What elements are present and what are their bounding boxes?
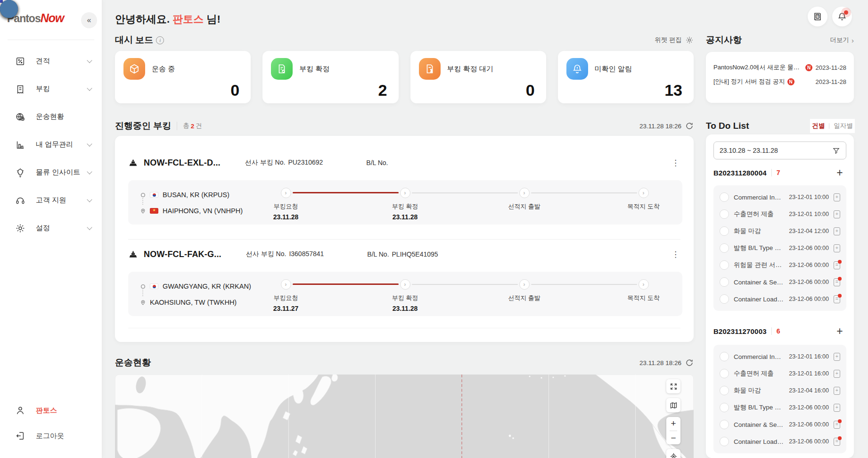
task-document-icon[interactable] <box>834 438 840 446</box>
task-checkbox[interactable] <box>720 277 729 287</box>
sidebar-item-transport[interactable]: 운송현황 <box>0 103 102 131</box>
updated-time: 23.11.28 18:26 <box>639 123 681 130</box>
widget-edit-button[interactable]: 위젯 편집 <box>655 36 694 44</box>
task-document-icon[interactable] <box>834 370 840 378</box>
kebab-menu-icon[interactable] <box>669 156 682 170</box>
task-checkbox[interactable] <box>720 403 729 412</box>
todo-group-header: B202311270003 6 <box>713 324 846 338</box>
todo-view-toggle: 건별 일자별 <box>810 119 855 133</box>
card-in-transit[interactable]: 운송 중 0 <box>115 51 251 103</box>
kebab-menu-icon[interactable] <box>669 248 682 261</box>
date-line <box>461 375 462 458</box>
world-map[interactable]: + − <box>115 375 694 458</box>
graticule <box>635 375 636 458</box>
task-document-icon[interactable] <box>834 193 840 201</box>
sidebar-item-booking[interactable]: 부킹 <box>0 75 102 103</box>
task-document-icon[interactable] <box>834 244 840 252</box>
task-document-icon[interactable] <box>834 387 840 395</box>
filter-funnel-icon[interactable] <box>832 147 840 155</box>
step-status-icon <box>281 188 291 198</box>
sidebar-item-label: 견적 <box>36 57 88 66</box>
task-row: Commercial Invoice ... 23-12-01 16:00 <box>713 348 846 365</box>
step-status-icon <box>281 279 291 290</box>
zoom-out-button[interactable]: − <box>666 433 680 444</box>
task-checkbox[interactable] <box>720 192 729 202</box>
notice-item[interactable]: PantosNow2.0에서 새로운 물류... N 2023-11-28 <box>713 60 846 75</box>
toggle-by-case[interactable]: 건별 <box>812 122 825 130</box>
task-checkbox[interactable] <box>720 260 729 270</box>
todo-panel: 23.10.28 ~ 23.11.28 B202311280004 7 Comm… <box>706 134 854 458</box>
task-checkbox[interactable] <box>720 437 729 446</box>
task-document-icon[interactable] <box>834 278 840 286</box>
destination-flag <box>150 208 158 214</box>
notice-date: 2023-11-28 <box>815 78 846 85</box>
toggle-by-date[interactable]: 일자별 <box>834 122 853 130</box>
card-booking-confirmed[interactable]: 부킹 확정 2 <box>262 51 398 103</box>
task-checkbox[interactable] <box>720 243 729 253</box>
destination-row: KAOHSIUNG, TW (TWKHH) <box>140 298 237 307</box>
info-icon[interactable] <box>156 36 164 44</box>
task-document-icon[interactable] <box>834 210 840 218</box>
sidebar-item-label: 고객 지원 <box>36 196 88 205</box>
task-document-icon[interactable] <box>834 421 840 429</box>
booking-id: NOW-FCL-FAK-G... <box>144 250 221 259</box>
sidebar-user[interactable]: 판토스 <box>0 398 102 423</box>
sidebar-item-insight[interactable]: 물류 인사이트 <box>0 158 102 186</box>
task-document-icon[interactable] <box>834 295 840 303</box>
zoom-in-button[interactable]: + <box>666 418 680 429</box>
bookings-updated: 23.11.28 18:26 <box>639 122 694 130</box>
map-fullscreen-button[interactable] <box>666 379 680 393</box>
task-checkbox[interactable] <box>720 209 729 219</box>
quote-icon <box>15 56 25 67</box>
todo-title: To Do List <box>706 121 749 131</box>
booking-icon <box>15 84 25 94</box>
task-row: Container & Seal No.... 23-12-06 00:00 <box>713 416 846 433</box>
notices-more-link[interactable]: 더보기 <box>830 36 854 44</box>
destination-pin-icon <box>140 208 146 214</box>
task-checkbox[interactable] <box>720 420 729 429</box>
map-legend-button[interactable] <box>666 398 680 412</box>
task-document-icon[interactable] <box>834 353 840 361</box>
sidebar-item-my-work[interactable]: 내 업무관리 <box>0 131 102 158</box>
notice-item[interactable]: [안내] 정기 서버 점검 공지 N 2023-11-28 <box>713 75 846 89</box>
sidebar-item-quote[interactable]: 견적 <box>0 47 102 75</box>
task-document-icon[interactable] <box>834 227 840 235</box>
refresh-icon[interactable] <box>685 358 694 367</box>
notifications-button[interactable] <box>832 7 852 26</box>
add-task-button[interactable] <box>833 325 846 338</box>
origin-flag <box>150 192 158 198</box>
task-checkbox[interactable] <box>720 226 729 236</box>
task-document-icon[interactable] <box>834 404 840 412</box>
add-task-button[interactable] <box>833 166 846 179</box>
logout-button[interactable]: 로그아웃 <box>0 423 102 449</box>
sidebar-item-support[interactable]: 고객 지원 <box>0 186 102 214</box>
sidebar-collapse-button[interactable] <box>81 12 97 28</box>
task-row: 화물 마감 23-12-04 16:00 <box>713 382 846 399</box>
task-checkbox[interactable] <box>720 352 729 361</box>
refresh-icon[interactable] <box>685 122 694 130</box>
date-range-input[interactable]: 23.10.28 ~ 23.11.28 <box>713 142 846 159</box>
task-row: 수출면허 제출 23-12-01 10:00 <box>713 206 846 223</box>
booking-item-header[interactable]: NOW-FCL-EXL-D... 선사 부킹 No. PU2310692 B/L… <box>128 155 682 171</box>
todo-group-count: 7 <box>771 169 780 176</box>
todo-task-list: Commercial Invoice ... 23-12-01 16:00 수출… <box>713 345 846 453</box>
map-locate-button[interactable] <box>666 449 680 458</box>
guide-button[interactable]: ? <box>808 7 827 26</box>
task-label: Container & Seal No.... <box>734 421 784 428</box>
booking-item-header[interactable]: NOW-FCL-FAK-G... 선사 부킹 No. I360857841 B/… <box>128 246 682 262</box>
card-booking-pending[interactable]: 부킹 확정 대기 0 <box>410 51 546 103</box>
svg-text:?: ? <box>817 15 819 18</box>
card-unread-alerts[interactable]: 미확인 알림 13 <box>558 51 694 103</box>
task-due-date: 23-12-06 00:00 <box>789 438 829 445</box>
task-document-icon[interactable] <box>834 261 840 269</box>
chevron-down-icon <box>87 85 92 91</box>
sidebar-item-label: 부킹 <box>36 84 88 93</box>
task-checkbox[interactable] <box>720 294 729 304</box>
sidebar-item-label: 설정 <box>36 224 88 233</box>
task-checkbox[interactable] <box>720 369 729 378</box>
sidebar-item-settings[interactable]: 설정 <box>0 214 102 242</box>
greeting: 안녕하세요. 판토스 님! <box>115 12 221 26</box>
task-due-date: 23-12-01 10:00 <box>789 211 829 217</box>
notices-title: 공지사항 <box>706 34 742 46</box>
task-checkbox[interactable] <box>720 386 729 395</box>
